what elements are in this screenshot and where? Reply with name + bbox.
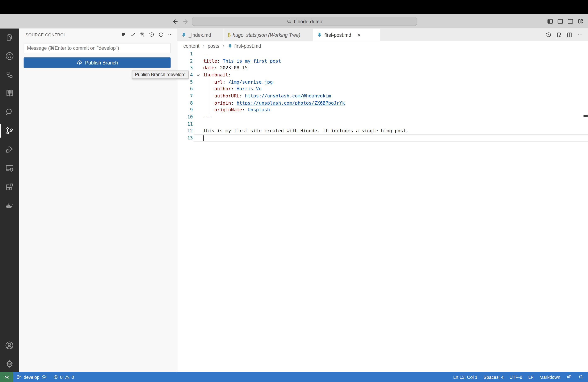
source-control-icon[interactable] <box>0 122 19 139</box>
create-branch-icon[interactable] <box>139 32 145 38</box>
fold-gutter <box>193 128 203 135</box>
code-line[interactable]: 5 url: /img/sunrise.jpg <box>177 79 588 85</box>
code-line[interactable]: 11 <box>177 121 588 127</box>
fold-gutter <box>193 121 203 127</box>
problems-status-item[interactable]: 0 0 <box>51 372 76 382</box>
chevron-right-icon <box>221 44 226 48</box>
eol-indicator[interactable]: LF <box>525 372 537 382</box>
docs-book-icon[interactable] <box>0 85 19 102</box>
breadcrumb-item[interactable]: first-post.md <box>234 43 261 49</box>
publish-branch-button[interactable]: Publish Branch <box>23 57 170 68</box>
chevron-right-icon <box>201 44 206 48</box>
line-number: 2 <box>177 58 193 64</box>
breadcrumb-item[interactable]: posts <box>208 43 219 49</box>
extensions-icon[interactable] <box>0 178 19 196</box>
remote-icon <box>3 374 10 380</box>
encoding-indicator[interactable]: UTF-8 <box>506 372 525 382</box>
command-center-search[interactable]: hinode-demo <box>192 17 417 26</box>
toggle-panel-icon[interactable] <box>557 18 564 24</box>
publish-branch-tooltip: Publish Branch "develop" <box>132 71 189 79</box>
split-editor-icon[interactable] <box>567 32 573 38</box>
commit-check-icon[interactable] <box>130 32 136 38</box>
open-changes-icon[interactable] <box>556 32 562 38</box>
line-number: 10 <box>177 114 193 121</box>
code-text: origin: https://unsplash.com/photos/ZX6B… <box>203 100 345 106</box>
commit-message-input[interactable] <box>23 43 170 53</box>
markdown-file-icon <box>181 32 186 38</box>
screen-top-bar <box>0 0 588 14</box>
code-line[interactable]: 6 author: Harris Vo <box>177 86 588 93</box>
remote-indicator[interactable] <box>0 372 13 382</box>
run-and-debug-icon[interactable] <box>0 141 19 158</box>
explorer-icon[interactable] <box>0 29 19 46</box>
line-number: 5 <box>177 79 193 85</box>
remote-explorer-icon[interactable] <box>0 159 19 177</box>
activity-bar <box>0 29 19 372</box>
fold-gutter <box>193 65 203 72</box>
close-tab-icon[interactable] <box>356 33 361 37</box>
tab-first-post-md[interactable]: first-post.md <box>313 29 380 41</box>
back-button[interactable] <box>172 14 178 29</box>
fold-gutter <box>193 93 203 100</box>
line-number: 6 <box>177 86 193 93</box>
vscode-window: hinode-demo <box>0 0 588 382</box>
code-text: thumbnail: <box>203 72 231 79</box>
code-line[interactable]: 8 origin: https://unsplash.com/photos/ZX… <box>177 100 588 106</box>
language-indicator[interactable]: Markdown <box>537 372 563 382</box>
search-icon[interactable] <box>0 103 19 121</box>
cloud-upload-icon <box>76 60 83 66</box>
editor-group: _index.md {} hugo_stats.json (Working Tr… <box>177 29 588 372</box>
code-line[interactable]: 10--- <box>177 114 588 121</box>
more-actions-icon[interactable] <box>168 32 173 38</box>
code-line[interactable]: 4thumbnail: <box>177 72 588 79</box>
code-line[interactable]: 12This is my first site created with Hin… <box>177 128 588 135</box>
code-text: --- <box>203 114 212 121</box>
text-cursor <box>203 135 204 141</box>
code-line[interactable]: 3date: 2023-08-15 <box>177 65 588 72</box>
notifications-bell-icon[interactable] <box>575 372 588 382</box>
code-line[interactable]: 2title: This is my first post <box>177 58 588 64</box>
line-col-indicator[interactable]: Ln 13, Col 1 <box>450 372 481 382</box>
fold-chevron-icon[interactable] <box>193 72 203 79</box>
tab-index-md[interactable]: _index.md <box>177 29 224 41</box>
history-icon[interactable] <box>149 32 155 38</box>
code-text: url: /img/sunrise.jpg <box>203 79 273 85</box>
forward-button[interactable] <box>183 14 189 29</box>
fold-gutter <box>193 114 203 121</box>
indentation-indicator[interactable]: Spaces: 4 <box>481 372 506 382</box>
timeline-icon[interactable] <box>546 32 552 38</box>
accounts-icon[interactable] <box>0 337 19 354</box>
code-text: author: Harris Vo <box>203 86 262 93</box>
view-as-list-icon[interactable] <box>121 32 126 38</box>
refresh-icon[interactable] <box>158 32 164 38</box>
line-number: 7 <box>177 93 193 100</box>
toggle-secondary-sidebar-icon[interactable] <box>567 18 573 24</box>
settings-gear-icon[interactable] <box>0 355 19 373</box>
code-line[interactable]: 1--- <box>177 51 588 58</box>
more-actions-icon[interactable] <box>577 32 583 38</box>
warnings-icon <box>64 374 70 380</box>
fold-gutter <box>193 86 203 93</box>
sidebar-source-control: SOURCE CONTROL Publish Branch <box>19 29 177 372</box>
code-line[interactable]: 13 <box>177 135 588 142</box>
customize-layout-icon[interactable] <box>578 18 584 24</box>
code-text: originName: Unsplash <box>203 107 270 114</box>
docker-icon[interactable] <box>0 197 19 214</box>
errors-icon <box>53 375 58 380</box>
sidebar-title: SOURCE CONTROL <box>25 32 121 37</box>
cloud-upload-icon <box>41 374 47 380</box>
code-lines: 1---2title: This is my first post3date: … <box>177 51 588 142</box>
code-text: date: 2023-08-15 <box>203 65 248 72</box>
fold-gutter <box>193 51 203 58</box>
code-area[interactable]: 1---2title: This is my first post3date: … <box>177 51 588 142</box>
tab-hugo-stats-json[interactable]: {} hugo_stats.json (Working Tree) <box>224 29 313 41</box>
github-icon[interactable] <box>0 47 19 65</box>
references-icon[interactable] <box>0 66 19 84</box>
feedback-icon[interactable] <box>563 372 575 382</box>
code-line[interactable]: 9 originName: Unsplash <box>177 107 588 114</box>
code-line[interactable]: 7 authorURL: https://unsplash.com/@hoanv… <box>177 93 588 100</box>
code-text: authorURL: https://unsplash.com/@hoanvok… <box>203 93 331 100</box>
toggle-primary-sidebar-icon[interactable] <box>547 18 553 24</box>
breadcrumb-item[interactable]: content <box>183 43 199 49</box>
branch-status-item[interactable]: develop <box>14 372 49 382</box>
